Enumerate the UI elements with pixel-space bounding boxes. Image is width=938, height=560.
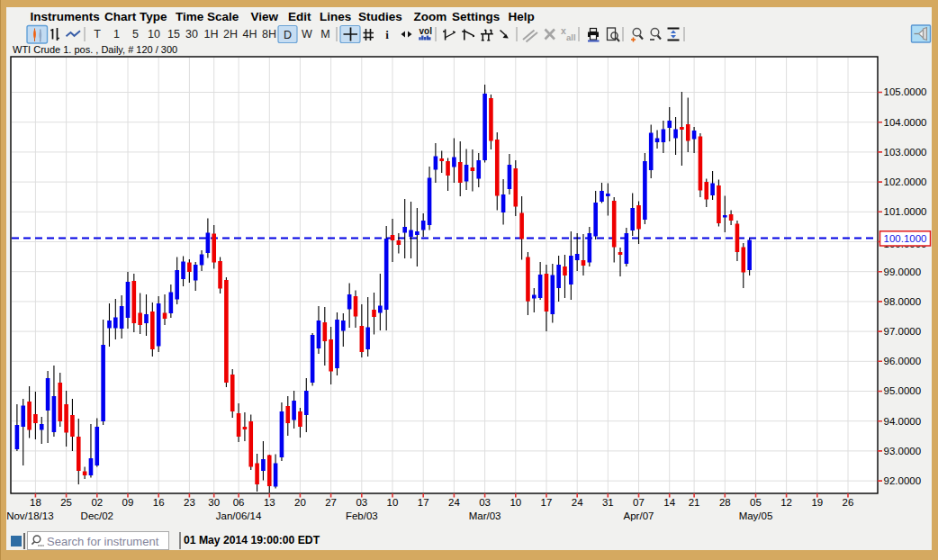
svg-text:10: 10 — [387, 497, 399, 508]
svg-text:25: 25 — [60, 497, 72, 508]
svg-text:23: 23 — [184, 497, 195, 508]
svg-text:Apr/07: Apr/07 — [624, 510, 654, 521]
svg-text:97.0000: 97.0000 — [884, 326, 922, 337]
svg-text:104.0000: 104.0000 — [884, 117, 927, 128]
svg-text:19: 19 — [811, 497, 823, 508]
svg-text:13: 13 — [264, 497, 275, 508]
svg-text:14: 14 — [663, 497, 675, 508]
svg-text:03: 03 — [356, 497, 367, 508]
svg-text:26: 26 — [843, 497, 854, 508]
svg-text:Feb/03: Feb/03 — [346, 510, 378, 521]
svg-text:03: 03 — [479, 497, 491, 508]
svg-text:92.0000: 92.0000 — [884, 475, 922, 486]
svg-text:Nov/18/13: Nov/18/13 — [6, 510, 53, 521]
svg-text:18: 18 — [30, 497, 41, 508]
svg-text:27: 27 — [325, 497, 337, 508]
svg-text:105.0000: 105.0000 — [884, 86, 927, 97]
svg-text:99.0000: 99.0000 — [884, 266, 922, 277]
svg-text:05: 05 — [750, 497, 762, 508]
svg-text:93.0000: 93.0000 — [884, 446, 922, 456]
svg-text:24: 24 — [572, 497, 583, 508]
svg-text:Jan/06/14: Jan/06/14 — [216, 510, 262, 521]
svg-text:09: 09 — [122, 497, 134, 508]
svg-text:98.0000: 98.0000 — [884, 296, 922, 307]
svg-text:31: 31 — [602, 497, 614, 508]
svg-text:96.0000: 96.0000 — [884, 356, 922, 366]
svg-text:Mar/03: Mar/03 — [469, 510, 501, 521]
svg-text:100.1000: 100.1000 — [884, 233, 927, 244]
svg-text:30: 30 — [208, 497, 220, 508]
svg-text:WTI Crude 1. pos. , Daily, # 1: WTI Crude 1. pos. , Daily, # 120 / 300 — [13, 44, 177, 55]
svg-text:95.0000: 95.0000 — [884, 385, 922, 396]
svg-text:101.0000: 101.0000 — [884, 206, 927, 217]
svg-text:16: 16 — [153, 497, 165, 508]
svg-text:06: 06 — [233, 497, 245, 508]
svg-text:10: 10 — [510, 497, 521, 508]
svg-text:20: 20 — [294, 497, 306, 508]
svg-text:94.0000: 94.0000 — [884, 416, 922, 427]
svg-text:May/05: May/05 — [739, 510, 773, 521]
svg-text:103.0000: 103.0000 — [884, 147, 927, 158]
svg-text:12: 12 — [780, 497, 792, 508]
svg-text:102.0000: 102.0000 — [884, 176, 927, 187]
svg-text:21: 21 — [689, 497, 700, 508]
svg-text:02: 02 — [91, 497, 103, 508]
svg-text:17: 17 — [541, 497, 553, 508]
svg-text:28: 28 — [719, 497, 731, 508]
svg-text:07: 07 — [633, 497, 645, 508]
svg-text:24: 24 — [448, 497, 460, 508]
svg-text:17: 17 — [418, 497, 429, 508]
svg-text:Dec/02: Dec/02 — [81, 510, 113, 521]
